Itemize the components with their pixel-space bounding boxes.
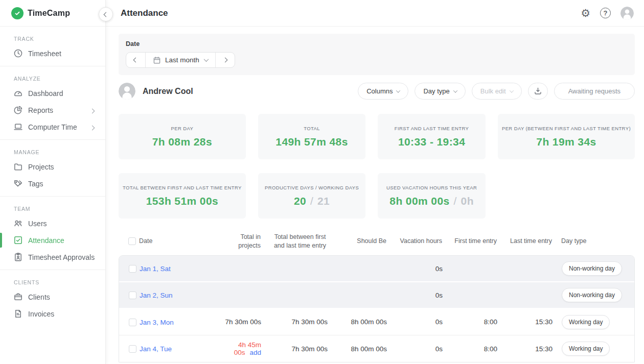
checkbox-check-icon xyxy=(13,235,23,245)
chevron-down-icon xyxy=(396,88,400,92)
date-range-dropdown[interactable]: Last month xyxy=(145,53,216,67)
cell-vacation-hours: 0s xyxy=(393,292,449,299)
sidebar: TimeCamp TRACK Timesheet ANALYZE Dashboa… xyxy=(0,0,106,364)
sidebar-item-label: Attendance xyxy=(28,236,64,245)
chevron-right-icon xyxy=(90,123,94,131)
sidebar-item-timesheet-approvals[interactable]: Timesheet Approvals xyxy=(0,249,105,265)
date-range-control: Last month xyxy=(126,52,235,68)
stat-card-per-day: PER DAY 7h 08m 28s xyxy=(119,114,246,159)
row-checkbox[interactable] xyxy=(129,319,136,326)
chevron-down-icon xyxy=(203,57,209,62)
sidebar-item-computer-time[interactable]: Computer Time xyxy=(0,118,105,135)
table-body: Jan 1, Sat 0s Non-working day Jan 2, Sun… xyxy=(119,255,635,362)
day-type-pill[interactable]: Working day xyxy=(562,315,610,329)
table-row-jan1: Jan 1, Sat 0s Non-working day xyxy=(119,256,634,282)
date-link[interactable]: Jan 1, Sat xyxy=(140,265,171,273)
section-title: MANAGE xyxy=(0,143,105,158)
person-row: Andrew Cool Columns Day type Bulk edit A… xyxy=(119,83,635,100)
sidebar-item-label: Tags xyxy=(28,180,43,188)
sidebar-item-timesheet[interactable]: Timesheet xyxy=(0,45,105,62)
date-filter-label: Date xyxy=(126,40,628,47)
person-avatar[interactable] xyxy=(119,83,135,100)
col-header-line: projects xyxy=(211,241,261,250)
sidebar-item-label: Projects xyxy=(28,163,54,171)
sidebar-item-invoices[interactable]: Invoices xyxy=(0,305,105,322)
stat-value: 8h 00m 00s xyxy=(389,195,449,207)
sidebar-section-analyze: ANALYZE Dashboard Reports Computer Time xyxy=(0,66,105,140)
sidebar-item-label: Reports xyxy=(28,106,53,114)
calendar-icon xyxy=(153,56,161,64)
export-download-button[interactable] xyxy=(528,83,548,100)
stat-card-productive-days: PRODUCTIVE DAYS / WORKING DAYS 20 / 21 xyxy=(258,173,366,219)
row-checkbox[interactable] xyxy=(129,292,136,299)
stat-separator: / xyxy=(310,195,313,207)
section-title: ANALYZE xyxy=(0,69,105,85)
day-type-pill[interactable]: Non-working day xyxy=(562,261,622,276)
stat-label: TOTAL BETWEEN FIRST AND LAST TIME ENTRY xyxy=(123,185,242,190)
stat-card-total: TOTAL 149h 57m 48s xyxy=(258,114,366,159)
stat-label: PER DAY xyxy=(171,126,193,131)
user-avatar[interactable] xyxy=(620,7,634,20)
cell-first-time-entry: 8:00 xyxy=(449,318,503,326)
table-row-jan2: Jan 2, Sun 0s Non-working day xyxy=(119,282,634,309)
laptop-icon xyxy=(13,122,23,132)
section-title: TRACK xyxy=(0,30,105,45)
day-type-pill[interactable]: Working day xyxy=(562,342,610,356)
sidebar-collapse-button[interactable] xyxy=(99,7,113,21)
sidebar-item-label: Timesheet Approvals xyxy=(28,253,95,261)
sidebar-item-projects[interactable]: Projects xyxy=(0,158,105,175)
sidebar-item-dashboard[interactable]: Dashboard xyxy=(0,85,105,102)
table-header-row: Date Total in projects Total between fir… xyxy=(119,232,635,255)
stat-card-first-last-entry: FIRST AND LAST TIME ENTRY 10:33 - 19:34 xyxy=(378,114,486,159)
row-checkbox[interactable] xyxy=(129,345,136,353)
folder-icon xyxy=(13,162,23,172)
stat-value: 7h 19m 34s xyxy=(536,136,596,148)
select-all-checkbox[interactable] xyxy=(128,237,136,245)
chevron-right-icon xyxy=(90,106,94,114)
timecamp-logo-icon xyxy=(11,7,24,19)
columns-dropdown-button[interactable]: Columns xyxy=(358,83,408,100)
date-link[interactable]: Jan 3, Mon xyxy=(140,319,174,326)
add-time-link[interactable]: add xyxy=(249,349,261,356)
stat-secondary-value: 21 xyxy=(317,195,330,207)
col-header-should-be: Should Be xyxy=(333,237,393,245)
sidebar-item-tags[interactable]: Tags xyxy=(0,175,105,192)
cell-vacation-hours: 0s xyxy=(393,265,449,273)
stat-value: 20 xyxy=(294,195,306,207)
sidebar-item-reports[interactable]: Reports xyxy=(0,102,105,118)
row-checkbox[interactable] xyxy=(129,265,136,273)
page-title: Attendance xyxy=(121,8,168,18)
col-header-day-type: Day type xyxy=(558,237,635,245)
logo[interactable]: TimeCamp xyxy=(0,0,105,27)
day-type-pill[interactable]: Non-working day xyxy=(562,288,622,302)
cell-vacation-hours: 0s xyxy=(393,318,449,326)
sidebar-item-users[interactable]: Users xyxy=(0,215,105,232)
stat-value: 10:33 - 19:34 xyxy=(398,136,465,148)
stat-label: FIRST AND LAST TIME ENTRY xyxy=(395,126,469,131)
stat-separator: / xyxy=(453,195,456,207)
help-icon[interactable]: ? xyxy=(600,8,611,18)
tag-icon xyxy=(13,179,23,188)
sidebar-item-clients[interactable]: Clients xyxy=(0,288,105,305)
sidebar-item-label: Dashboard xyxy=(28,89,63,98)
chevron-down-icon xyxy=(453,88,457,92)
invoice-icon xyxy=(13,309,23,319)
sidebar-item-label: Users xyxy=(28,220,47,228)
section-title: CLIENTS xyxy=(0,273,105,288)
top-bar: Attendance ⚙ ? xyxy=(106,0,644,27)
date-link[interactable]: Jan 4, Tue xyxy=(140,345,172,353)
attendance-table: Date Total in projects Total between fir… xyxy=(119,232,635,362)
topbar-actions: ⚙ ? xyxy=(581,7,634,20)
stat-card-used-vacation: USED VACATION HOURS THIS YEAR 8h 00m 00s… xyxy=(378,173,486,219)
next-period-button[interactable] xyxy=(216,53,235,67)
cell-total-in-projects: 7h 30m 00s xyxy=(211,318,267,326)
settings-gear-icon[interactable]: ⚙ xyxy=(581,8,590,18)
bulk-edit-dropdown-button[interactable]: Bulk edit xyxy=(472,83,522,100)
sidebar-item-label: Computer Time xyxy=(28,123,77,131)
prev-period-button[interactable] xyxy=(126,53,145,67)
day-type-dropdown-button[interactable]: Day type xyxy=(415,83,465,100)
sidebar-item-label: Clients xyxy=(28,293,50,301)
sidebar-item-attendance[interactable]: Attendance xyxy=(0,232,105,249)
date-link[interactable]: Jan 2, Sun xyxy=(140,292,173,299)
awaiting-requests-button[interactable]: Awaiting requests xyxy=(554,83,635,100)
